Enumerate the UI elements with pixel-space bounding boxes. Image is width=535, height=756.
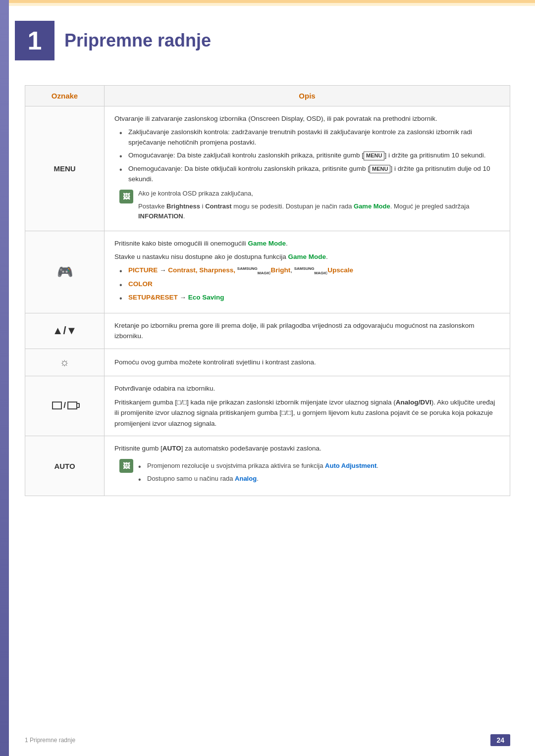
auto-note-content: Promjenom rezolucije u svojstvima prikaz… xyxy=(138,458,378,487)
chapter-number: 1 xyxy=(15,21,54,60)
col-header-oznake: Oznake xyxy=(25,86,105,106)
page-number: 24 xyxy=(490,734,510,746)
desc-source: Potvrđivanje odabira na izborniku. Priti… xyxy=(105,376,510,436)
gamepad-bullets: PICTURE → Contrast, Sharpness, SAMSUNGMA… xyxy=(114,265,500,303)
label-source: / xyxy=(25,376,105,436)
arrows-icon: ▲/▼ xyxy=(53,324,77,337)
list-item: Onemogućavanje: Da biste otključali kont… xyxy=(119,164,500,185)
list-item: Zaključavanje zaslonskih kontrola: zadrž… xyxy=(119,127,500,148)
note-box: 🖼 Ako je kontrola OSD prikaza zaključana… xyxy=(119,189,500,221)
chapter-title: Pripremne radnje xyxy=(64,30,211,51)
footer-chapter-label: 1 Pripremne radnje xyxy=(25,737,75,744)
label-arrows: ▲/▼ xyxy=(25,313,105,349)
menu-tag: MENU xyxy=(364,151,384,160)
gamepad-icon: 🎮 xyxy=(57,264,73,279)
note-icon: 🖼 xyxy=(119,190,133,203)
brightness-icon: ☼ xyxy=(59,356,69,368)
table-row: ☼ Pomoću ovog gumba možete kontrolirati … xyxy=(25,349,510,376)
auto-note-box: 🖼 Promjenom rezolucije u svojstvima prik… xyxy=(119,458,500,487)
list-item: Dostupno samo u načinu rada Analog. xyxy=(138,474,378,484)
table-row: MENU Otvaranje ili zatvaranje zaslonskog… xyxy=(25,106,510,231)
menu-tag: MENU xyxy=(370,165,390,173)
auto-bullets: Promjenom rezolucije u svojstvima prikaz… xyxy=(138,461,378,484)
list-item: PICTURE → Contrast, Sharpness, SAMSUNGMA… xyxy=(119,265,500,276)
list-item: SETUP&RESET → Eco Saving xyxy=(119,293,500,303)
controls-table: Oznake Opis MENU Otvaranje ili zatvaranj… xyxy=(25,85,510,496)
menu-bullets: Zaključavanje zaslonskih kontrola: zadrž… xyxy=(114,127,500,185)
top-stripes xyxy=(0,0,535,6)
desc-auto: Pritisnite gumb [AUTO] za automatsko pod… xyxy=(105,436,510,496)
list-item: Omogućavanje: Da biste zaključali kontro… xyxy=(119,151,500,161)
table-row: ▲/▼ Kretanje po izborniku prema gore ili… xyxy=(25,313,510,349)
box-icon-left xyxy=(52,402,62,409)
desc-menu: Otvaranje ili zatvaranje zaslonskog izbo… xyxy=(105,106,510,231)
list-item: COLOR xyxy=(119,279,500,290)
list-item: Promjenom rezolucije u svojstvima prikaz… xyxy=(138,461,378,471)
table-row: AUTO Pritisnite gumb [AUTO] za automatsk… xyxy=(25,436,510,496)
note-content: Ako je kontrola OSD prikaza zaključana, … xyxy=(138,189,500,221)
main-content: Oznake Opis MENU Otvaranje ili zatvaranj… xyxy=(25,70,510,496)
source-icon: / xyxy=(52,402,77,411)
label-auto: AUTO xyxy=(25,436,105,496)
table-row: / Potvrđivanje odabira na izborniku. Pri… xyxy=(25,376,510,436)
chapter-header: 1 Pripremne radnje xyxy=(0,6,535,70)
label-gamepad: 🎮 xyxy=(25,231,105,313)
label-menu: MENU xyxy=(25,106,105,231)
label-brightness: ☼ xyxy=(25,349,105,376)
desc-arrows: Kretanje po izborniku prema gore ili pre… xyxy=(105,313,510,349)
page-footer: 1 Pripremne radnje 24 xyxy=(0,734,535,746)
desc-brightness: Pomoću ovog gumba možete kontrolirati sv… xyxy=(105,349,510,376)
desc-gamepad: Pritisnite kako biste omogućili ili onem… xyxy=(105,231,510,313)
col-header-opis: Opis xyxy=(105,86,510,106)
auto-note-icon: 🖼 xyxy=(119,459,133,473)
table-row: 🎮 Pritisnite kako biste omogućili ili on… xyxy=(25,231,510,313)
left-accent xyxy=(0,0,9,756)
box-icon-right xyxy=(67,402,77,409)
